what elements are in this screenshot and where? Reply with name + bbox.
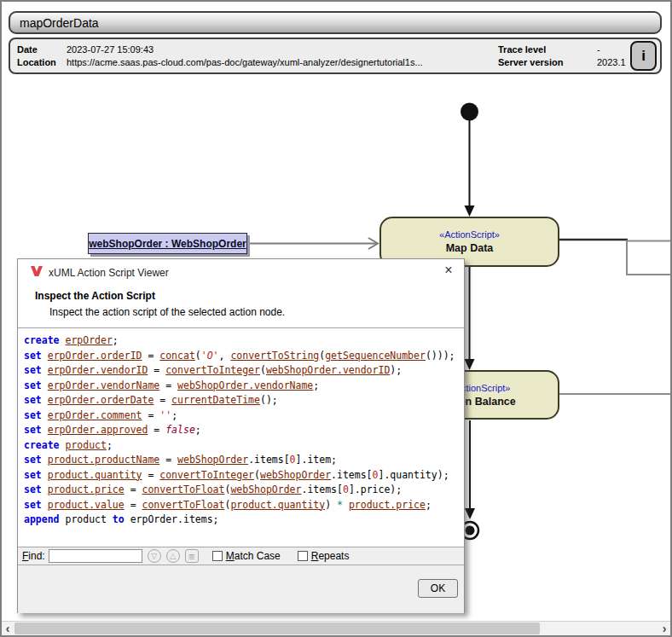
code-line: set erpOrder.approved = false; (24, 423, 464, 438)
code-line: set product.value = convertToFloat(produ… (24, 498, 464, 513)
code-line: set product.price = convertToFloat(webSh… (24, 483, 464, 498)
find-bar: Find: ▽ △ ≣ Match Case Repeats (18, 547, 464, 565)
dialog-title-bar[interactable]: xUML Action Script Viewer × (18, 259, 464, 285)
find-label: Find: (22, 550, 45, 562)
code-line: set erpOrder.vendorID = convertToInteger… (24, 363, 464, 379)
xuml-logo-icon (30, 264, 43, 278)
match-case-checkbox[interactable] (212, 551, 223, 561)
code-line: set product.productName = webShopOrder.i… (24, 453, 464, 468)
server-version-label: Server version (498, 57, 563, 67)
code-line: set erpOrder.comment = ''; (24, 408, 464, 424)
action-script-viewer-dialog: xUML Action Script Viewer × Inspect the … (17, 258, 465, 613)
trace-info-panel: Date 2023-07-27 15:09:43 Location https:… (9, 38, 662, 74)
xuml-analyzer-window: mapOrderData Date 2023-07-27 15:09:43 Lo… (0, 0, 672, 637)
map-data-name: Map Data (446, 242, 494, 254)
dialog-heading: Inspect the Action Script (35, 290, 155, 302)
ok-button[interactable]: OK (418, 579, 458, 598)
repeats-checkbox[interactable] (298, 551, 308, 561)
trace-level-label: Trace level (498, 44, 546, 55)
horizontal-scrollbar[interactable]: ‹ › (2, 621, 670, 635)
code-line: create erpOrder; (24, 333, 464, 349)
arrowhead-balance (465, 359, 475, 370)
code-line: set erpOrder.vendorName = webShopOrder.v… (24, 379, 464, 394)
diagram-title-bar: mapOrderData (9, 11, 662, 34)
info-icon[interactable]: i (630, 41, 657, 71)
dialog-button-panel: OK (18, 565, 464, 613)
scrollbar-thumb[interactable] (14, 623, 540, 634)
diagram-title: mapOrderData (20, 16, 99, 30)
find-next-icon[interactable]: ▽ (148, 549, 161, 563)
match-case-label: Match Case (226, 550, 281, 562)
date-label: Date (17, 44, 38, 55)
arrowhead-mapdata (465, 206, 475, 217)
dialog-description: Inspect the action script of the selecte… (49, 306, 285, 318)
repeats-label: Repeats (311, 550, 350, 562)
find-input[interactable] (49, 549, 142, 563)
initial-node (461, 103, 478, 121)
scroll-left-icon[interactable]: ‹ (2, 622, 14, 635)
location-label: Location (17, 57, 56, 67)
trace-level-value: - (597, 44, 600, 55)
code-line: create product; (24, 438, 464, 454)
action-script-code[interactable]: create erpOrder;set erpOrder.orderID = c… (18, 327, 464, 547)
code-line: append product to erpOrder.items; (24, 512, 464, 528)
code-line: set product.quantity = convertToInteger(… (24, 468, 464, 484)
map-data-stereotype: «ActionScript» (439, 229, 500, 240)
object-node-webshoporder[interactable]: webShopOrder : WebShopOrder (88, 233, 247, 254)
dialog-title: xUML Action Script Viewer (49, 267, 169, 279)
server-version-value: 2023.1 (597, 57, 626, 67)
code-line: set erpOrder.orderID = concat('O', conve… (24, 349, 464, 364)
find-previous-icon[interactable]: △ (166, 549, 180, 563)
arrowhead-final (465, 508, 475, 519)
close-icon[interactable]: × (441, 263, 456, 278)
highlight-all-icon[interactable]: ≣ (185, 549, 199, 563)
activity-final-node-core (466, 526, 475, 536)
location-value: https://acme.saas.pas-cloud.com/pas-doc/… (67, 57, 423, 67)
code-line: set erpOrder.orderDate = currentDateTime… (24, 393, 464, 408)
scroll-right-icon[interactable]: › (658, 622, 670, 635)
date-value: 2023-07-27 15:09:43 (67, 44, 154, 55)
